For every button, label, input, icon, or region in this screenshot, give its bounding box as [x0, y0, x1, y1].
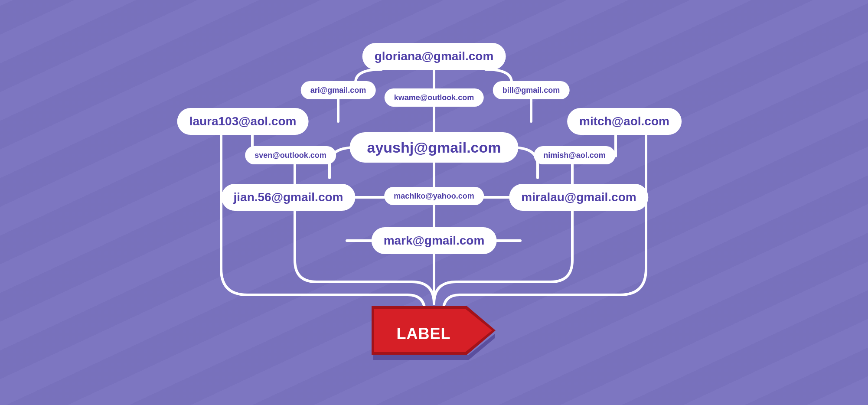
email-text: jian.56@gmail.com [234, 190, 343, 204]
email-text: ayushj@gmail.com [367, 139, 501, 156]
email-text: mitch@aol.com [579, 114, 669, 128]
email-pill-ayushj: ayushj@gmail.com [349, 132, 518, 163]
email-pill-kwame: kwame@outlook.com [385, 88, 484, 107]
email-pill-mitch: mitch@aol.com [567, 108, 682, 135]
email-pill-ari: ari@gmail.com [301, 81, 376, 99]
email-text: kwame@outlook.com [394, 93, 474, 102]
email-text: mark@gmail.com [384, 234, 485, 248]
label-text: LABEL [397, 325, 451, 343]
diagram-stage: gloriana@gmail.com ari@gmail.com kwame@o… [0, 0, 868, 405]
email-text: bill@gmail.com [503, 86, 560, 95]
email-pill-mark: mark@gmail.com [372, 227, 497, 254]
email-pill-gloriana: gloriana@gmail.com [362, 43, 506, 70]
email-text: miralau@gmail.com [521, 190, 636, 204]
email-text: laura103@aol.com [189, 114, 297, 128]
email-pill-miralau: miralau@gmail.com [509, 184, 648, 211]
email-text: ari@gmail.com [310, 86, 366, 95]
email-pill-bill: bill@gmail.com [493, 81, 570, 99]
email-pill-jian: jian.56@gmail.com [222, 184, 356, 211]
email-pill-nimish: nimish@aol.com [534, 146, 615, 164]
email-text: machiko@yahoo.com [394, 192, 474, 201]
email-text: gloriana@gmail.com [375, 49, 494, 63]
email-pill-laura: laura103@aol.com [177, 108, 309, 135]
email-text: nimish@aol.com [543, 151, 606, 160]
email-text: sven@outlook.com [255, 151, 326, 160]
email-pill-machiko: machiko@yahoo.com [384, 187, 484, 205]
email-pill-sven: sven@outlook.com [245, 146, 336, 164]
label-tag: LABEL [369, 304, 499, 364]
